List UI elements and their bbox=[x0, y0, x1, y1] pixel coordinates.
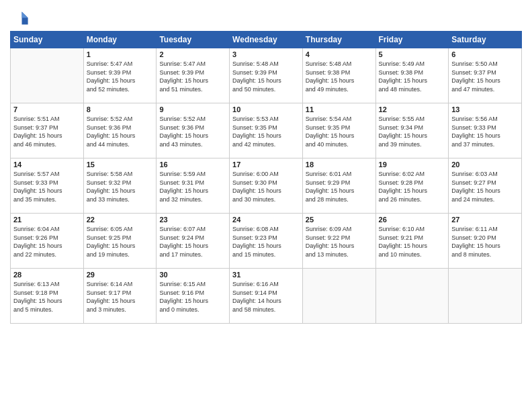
calendar-cell: 27Sunrise: 6:11 AM Sunset: 9:20 PM Dayli… bbox=[449, 214, 522, 269]
day-info: Sunrise: 5:47 AM Sunset: 9:39 PM Dayligh… bbox=[87, 60, 154, 93]
day-number: 5 bbox=[379, 50, 446, 58]
calendar-cell bbox=[302, 269, 375, 324]
day-info: Sunrise: 6:13 AM Sunset: 9:18 PM Dayligh… bbox=[13, 280, 81, 314]
day-info: Sunrise: 5:52 AM Sunset: 9:36 PM Dayligh… bbox=[87, 115, 154, 148]
day-number: 22 bbox=[87, 216, 154, 224]
day-info: Sunrise: 6:08 AM Sunset: 9:23 PM Dayligh… bbox=[232, 225, 300, 259]
calendar-cell: 11Sunrise: 5:54 AM Sunset: 9:35 PM Dayli… bbox=[302, 103, 375, 158]
logo-icon bbox=[10, 9, 29, 28]
day-number: 15 bbox=[87, 161, 154, 169]
day-info: Sunrise: 6:11 AM Sunset: 9:20 PM Dayligh… bbox=[451, 225, 519, 259]
day-info: Sunrise: 6:10 AM Sunset: 9:21 PM Dayligh… bbox=[379, 225, 446, 259]
calendar-cell: 15Sunrise: 5:58 AM Sunset: 9:32 PM Dayli… bbox=[83, 158, 157, 214]
day-info: Sunrise: 6:02 AM Sunset: 9:28 PM Dayligh… bbox=[379, 170, 446, 203]
calendar-cell: 6Sunrise: 5:50 AM Sunset: 9:37 PM Daylig… bbox=[449, 48, 522, 103]
day-info: Sunrise: 6:05 AM Sunset: 9:25 PM Dayligh… bbox=[87, 225, 154, 259]
day-number: 31 bbox=[232, 271, 300, 279]
day-number: 21 bbox=[13, 216, 81, 224]
calendar-cell: 9Sunrise: 5:52 AM Sunset: 9:36 PM Daylig… bbox=[157, 103, 230, 158]
logo bbox=[10, 9, 32, 28]
day-number: 2 bbox=[159, 50, 226, 58]
day-info: Sunrise: 5:52 AM Sunset: 9:36 PM Dayligh… bbox=[159, 115, 226, 148]
calendar-cell bbox=[449, 269, 522, 324]
weekday-header: Sunday bbox=[11, 32, 84, 48]
day-number: 27 bbox=[451, 216, 519, 224]
weekday-header: Thursday bbox=[302, 32, 375, 48]
day-number: 25 bbox=[306, 216, 373, 224]
calendar-table: SundayMondayTuesdayWednesdayThursdayFrid… bbox=[10, 31, 522, 324]
calendar-cell: 26Sunrise: 6:10 AM Sunset: 9:21 PM Dayli… bbox=[375, 214, 449, 269]
day-info: Sunrise: 5:51 AM Sunset: 9:37 PM Dayligh… bbox=[13, 115, 81, 148]
day-number: 1 bbox=[87, 50, 154, 58]
calendar-cell: 18Sunrise: 6:01 AM Sunset: 9:29 PM Dayli… bbox=[302, 158, 375, 214]
calendar-cell: 12Sunrise: 5:55 AM Sunset: 9:34 PM Dayli… bbox=[375, 103, 449, 158]
day-number: 11 bbox=[306, 105, 373, 113]
calendar-cell: 14Sunrise: 5:57 AM Sunset: 9:33 PM Dayli… bbox=[11, 158, 84, 214]
calendar-cell: 21Sunrise: 6:04 AM Sunset: 9:26 PM Dayli… bbox=[11, 214, 84, 269]
day-number: 17 bbox=[232, 161, 300, 169]
calendar-cell: 3Sunrise: 5:48 AM Sunset: 9:39 PM Daylig… bbox=[230, 48, 303, 103]
day-number: 29 bbox=[87, 271, 154, 279]
calendar-cell: 8Sunrise: 5:52 AM Sunset: 9:36 PM Daylig… bbox=[83, 103, 157, 158]
calendar-cell: 7Sunrise: 5:51 AM Sunset: 9:37 PM Daylig… bbox=[11, 103, 84, 158]
weekday-header: Monday bbox=[83, 32, 157, 48]
calendar-cell: 5Sunrise: 5:49 AM Sunset: 9:38 PM Daylig… bbox=[375, 48, 449, 103]
day-number: 9 bbox=[159, 105, 226, 113]
calendar-cell: 10Sunrise: 5:53 AM Sunset: 9:35 PM Dayli… bbox=[230, 103, 303, 158]
day-info: Sunrise: 6:09 AM Sunset: 9:22 PM Dayligh… bbox=[306, 225, 373, 259]
calendar-cell: 29Sunrise: 6:14 AM Sunset: 9:17 PM Dayli… bbox=[83, 269, 157, 324]
day-info: Sunrise: 5:54 AM Sunset: 9:35 PM Dayligh… bbox=[306, 115, 373, 148]
day-number: 12 bbox=[379, 105, 446, 113]
day-info: Sunrise: 6:01 AM Sunset: 9:29 PM Dayligh… bbox=[306, 170, 373, 203]
day-number: 4 bbox=[306, 50, 373, 58]
day-number: 30 bbox=[159, 271, 226, 279]
day-info: Sunrise: 5:59 AM Sunset: 9:31 PM Dayligh… bbox=[159, 170, 226, 203]
day-info: Sunrise: 6:04 AM Sunset: 9:26 PM Dayligh… bbox=[13, 225, 81, 259]
calendar-cell bbox=[375, 269, 449, 324]
day-info: Sunrise: 5:57 AM Sunset: 9:33 PM Dayligh… bbox=[13, 170, 81, 203]
day-info: Sunrise: 6:14 AM Sunset: 9:17 PM Dayligh… bbox=[87, 280, 154, 314]
day-number: 24 bbox=[232, 216, 300, 224]
calendar-cell: 4Sunrise: 5:48 AM Sunset: 9:38 PM Daylig… bbox=[302, 48, 375, 103]
day-info: Sunrise: 5:47 AM Sunset: 9:39 PM Dayligh… bbox=[159, 60, 226, 93]
calendar-cell: 25Sunrise: 6:09 AM Sunset: 9:22 PM Dayli… bbox=[302, 214, 375, 269]
calendar-cell: 2Sunrise: 5:47 AM Sunset: 9:39 PM Daylig… bbox=[157, 48, 230, 103]
day-number: 13 bbox=[451, 105, 519, 113]
day-info: Sunrise: 6:03 AM Sunset: 9:27 PM Dayligh… bbox=[451, 170, 519, 203]
day-number: 19 bbox=[379, 161, 446, 169]
calendar-cell: 20Sunrise: 6:03 AM Sunset: 9:27 PM Dayli… bbox=[449, 158, 522, 214]
calendar-cell: 1Sunrise: 5:47 AM Sunset: 9:39 PM Daylig… bbox=[83, 48, 157, 103]
day-info: Sunrise: 5:49 AM Sunset: 9:38 PM Dayligh… bbox=[379, 60, 446, 93]
day-info: Sunrise: 5:56 AM Sunset: 9:33 PM Dayligh… bbox=[451, 115, 519, 148]
calendar-cell: 13Sunrise: 5:56 AM Sunset: 9:33 PM Dayli… bbox=[449, 103, 522, 158]
day-number: 7 bbox=[13, 105, 81, 113]
calendar-cell: 23Sunrise: 6:07 AM Sunset: 9:24 PM Dayli… bbox=[157, 214, 230, 269]
weekday-header: Wednesday bbox=[230, 32, 303, 48]
day-info: Sunrise: 5:50 AM Sunset: 9:37 PM Dayligh… bbox=[451, 60, 519, 93]
day-number: 18 bbox=[306, 161, 373, 169]
day-info: Sunrise: 6:00 AM Sunset: 9:30 PM Dayligh… bbox=[232, 170, 300, 203]
day-info: Sunrise: 6:15 AM Sunset: 9:16 PM Dayligh… bbox=[159, 280, 226, 314]
day-info: Sunrise: 6:07 AM Sunset: 9:24 PM Dayligh… bbox=[159, 225, 226, 259]
day-number: 20 bbox=[451, 161, 519, 169]
calendar-cell: 31Sunrise: 6:16 AM Sunset: 9:14 PM Dayli… bbox=[230, 269, 303, 324]
day-info: Sunrise: 5:48 AM Sunset: 9:39 PM Dayligh… bbox=[232, 60, 300, 93]
day-info: Sunrise: 5:55 AM Sunset: 9:34 PM Dayligh… bbox=[379, 115, 446, 148]
weekday-header: Saturday bbox=[449, 32, 522, 48]
day-number: 6 bbox=[451, 50, 519, 58]
calendar-cell: 28Sunrise: 6:13 AM Sunset: 9:18 PM Dayli… bbox=[11, 269, 84, 324]
day-info: Sunrise: 5:48 AM Sunset: 9:38 PM Dayligh… bbox=[306, 60, 373, 93]
day-number: 10 bbox=[232, 105, 300, 113]
day-number: 14 bbox=[13, 161, 81, 169]
calendar-cell: 30Sunrise: 6:15 AM Sunset: 9:16 PM Dayli… bbox=[157, 269, 230, 324]
calendar-cell: 16Sunrise: 5:59 AM Sunset: 9:31 PM Dayli… bbox=[157, 158, 230, 214]
day-number: 23 bbox=[159, 216, 226, 224]
day-number: 26 bbox=[379, 216, 446, 224]
day-number: 3 bbox=[232, 50, 300, 58]
calendar-cell: 22Sunrise: 6:05 AM Sunset: 9:25 PM Dayli… bbox=[83, 214, 157, 269]
day-info: Sunrise: 5:53 AM Sunset: 9:35 PM Dayligh… bbox=[232, 115, 300, 148]
calendar-cell bbox=[11, 48, 84, 103]
calendar-cell: 24Sunrise: 6:08 AM Sunset: 9:23 PM Dayli… bbox=[230, 214, 303, 269]
weekday-header: Tuesday bbox=[157, 32, 230, 48]
weekday-header: Friday bbox=[375, 32, 449, 48]
